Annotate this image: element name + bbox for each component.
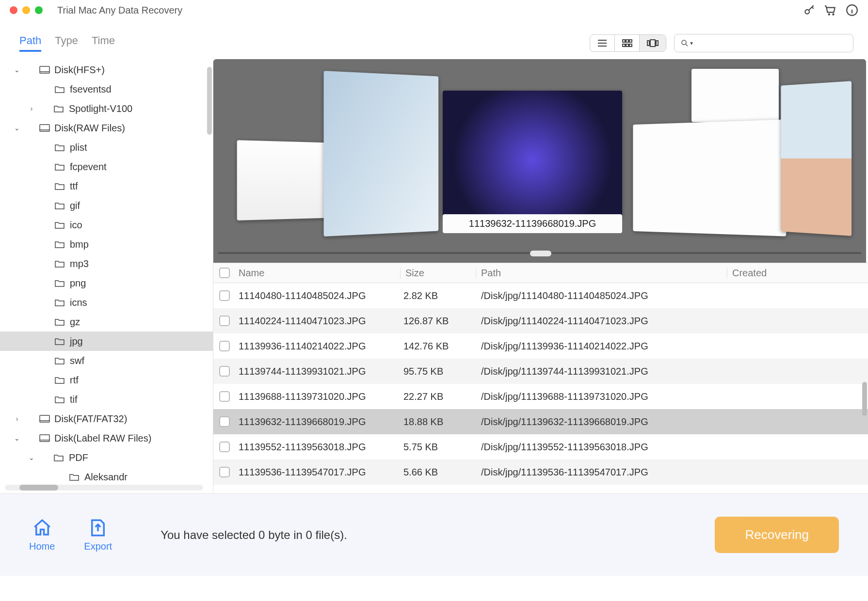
tree-item[interactable]: swf [0, 351, 213, 370]
col-size[interactable]: Size [401, 268, 476, 279]
tree-item[interactable]: tif [0, 390, 213, 409]
coverflow-thumb-current[interactable] [443, 91, 622, 217]
titlebar: Trial Mac Any Data Recovery [0, 0, 868, 20]
cart-icon[interactable] [824, 4, 837, 16]
home-button[interactable]: Home [29, 518, 55, 552]
filter-tab-path[interactable]: Path [19, 34, 41, 52]
tree-item[interactable]: plist [0, 138, 213, 157]
row-checkbox[interactable] [219, 366, 230, 377]
coverflow-handle[interactable] [530, 251, 551, 256]
tree-item[interactable]: rtf [0, 370, 213, 390]
cell-path: /Disk/jpg/11139936-11140214022.JPG [476, 341, 727, 352]
col-name[interactable]: Name [236, 268, 401, 279]
tree-disk-hfs[interactable]: ⌄ Disk(HFS+) [0, 60, 213, 79]
cell-name: 11140480-11140485024.JPG [236, 290, 401, 301]
cell-size: 142.76 KB [401, 341, 476, 352]
row-checkbox[interactable] [219, 290, 230, 301]
tree-disk-labelraw[interactable]: ⌄ Disk(Label RAW Files) [0, 428, 213, 448]
tree-item[interactable]: fseventsd [0, 79, 213, 99]
row-checkbox[interactable] [219, 341, 230, 351]
key-icon[interactable] [803, 4, 816, 16]
table-row[interactable]: 11139536-11139547017.JPG5.66 KB/Disk/jpg… [213, 459, 868, 485]
tree-item[interactable]: gif [0, 196, 213, 215]
chevron-right-icon[interactable]: › [24, 105, 39, 112]
content-vscroll[interactable] [862, 261, 867, 493]
tree-item[interactable]: png [0, 273, 213, 293]
svg-rect-8 [626, 44, 628, 47]
col-created[interactable]: Created [727, 268, 868, 279]
svg-rect-9 [629, 44, 632, 47]
view-list-button[interactable] [590, 35, 615, 51]
view-coverflow-button[interactable] [640, 35, 666, 51]
tree-item[interactable]: gz [0, 312, 213, 332]
svg-rect-14 [40, 66, 49, 73]
coverflow-thumb[interactable] [324, 71, 439, 237]
tree-item[interactable]: ttf [0, 176, 213, 196]
filter-tab-time[interactable]: Time [92, 34, 115, 52]
folder-icon [53, 453, 65, 462]
chevron-down-icon[interactable]: ⌄ [10, 434, 24, 442]
tree-label: Disk(FAT/FAT32) [54, 413, 127, 425]
chevron-right-icon[interactable]: › [10, 415, 24, 423]
folder-icon [54, 84, 66, 94]
table-row[interactable]: 11140224-11140471023.JPG126.87 KB/Disk/j… [213, 308, 868, 333]
cell-size: 5.66 KB [401, 467, 476, 478]
footer: Home Export You have selected 0 byte in … [0, 493, 868, 576]
file-table: Name Size Path Created 11140480-11140485… [213, 263, 868, 493]
tree-item[interactable]: fcpevent [0, 157, 213, 176]
row-checkbox[interactable] [219, 416, 230, 427]
cell-name: 11139688-11139731020.JPG [236, 391, 401, 402]
minimize-window-button[interactable] [22, 6, 30, 14]
recover-button[interactable]: Recovering [715, 517, 839, 553]
table-row[interactable]: 11139632-11139668019.JPG18.88 KB/Disk/jp… [213, 409, 868, 434]
row-checkbox[interactable] [219, 442, 230, 452]
export-button[interactable]: Export [84, 518, 112, 552]
cell-size: 5.75 KB [401, 442, 476, 453]
info-icon[interactable] [846, 4, 858, 16]
svg-rect-6 [629, 40, 632, 42]
tree-item[interactable]: Aleksandr [0, 467, 213, 482]
table-row[interactable]: 11139936-11140214022.JPG142.76 KB/Disk/j… [213, 333, 868, 359]
coverflow-thumb[interactable] [633, 119, 786, 236]
coverflow-thumb[interactable] [237, 140, 332, 221]
svg-point-2 [833, 14, 834, 15]
table-row[interactable]: 11139744-11139931021.JPG95.75 KB/Disk/jp… [213, 359, 868, 384]
search-icon [680, 39, 689, 47]
table-header: Name Size Path Created [213, 263, 868, 283]
tree-item[interactable]: › Spotlight-V100 [0, 99, 213, 118]
tree-item[interactable]: ico [0, 215, 213, 235]
tree-item[interactable]: bmp [0, 235, 213, 254]
svg-rect-10 [647, 41, 649, 46]
sidebar-hscroll[interactable] [5, 485, 203, 490]
table-row[interactable]: 11140480-11140485024.JPG2.82 KB/Disk/jpg… [213, 283, 868, 308]
coverflow-thumb[interactable] [781, 81, 852, 236]
row-checkbox[interactable] [219, 467, 230, 477]
cell-path: /Disk/jpg/11140480-11140485024.JPG [476, 290, 727, 301]
chevron-down-icon[interactable]: ⌄ [10, 124, 24, 132]
row-checkbox[interactable] [219, 391, 230, 402]
search-input[interactable]: ▾ [674, 34, 853, 52]
view-grid-button[interactable] [615, 35, 640, 51]
select-all-checkbox[interactable] [219, 268, 230, 278]
chevron-down-icon[interactable]: ⌄ [24, 454, 39, 461]
tree-item[interactable]: icns [0, 293, 213, 312]
filter-tab-type[interactable]: Type [55, 34, 78, 52]
preview-filename: 11139632-11139668019.JPG [443, 214, 622, 233]
coverflow-preview[interactable]: 11139632-11139668019.JPG [213, 59, 866, 263]
tree-disk-fat[interactable]: › Disk(FAT/FAT32) [0, 409, 213, 428]
table-row[interactable]: 11139688-11139731020.JPG22.27 KB/Disk/jp… [213, 384, 868, 409]
maximize-window-button[interactable] [35, 6, 43, 14]
folder-icon [69, 472, 80, 482]
col-path[interactable]: Path [476, 268, 727, 279]
coverflow-thumb[interactable] [691, 69, 779, 122]
svg-point-1 [829, 14, 830, 15]
chevron-down-icon[interactable]: ⌄ [10, 66, 24, 74]
tree-disk-raw[interactable]: ⌄ Disk(RAW Files) [0, 118, 213, 138]
table-row[interactable]: 11139552-11139563018.JPG5.75 KB/Disk/jpg… [213, 434, 868, 459]
sidebar-vscroll[interactable] [207, 57, 212, 479]
tree-item[interactable]: mp3 [0, 254, 213, 273]
tree-item[interactable]: ⌄ PDF [0, 448, 213, 467]
tree-item-jpg[interactable]: jpg [0, 332, 213, 351]
row-checkbox[interactable] [219, 316, 230, 326]
close-window-button[interactable] [10, 6, 17, 14]
